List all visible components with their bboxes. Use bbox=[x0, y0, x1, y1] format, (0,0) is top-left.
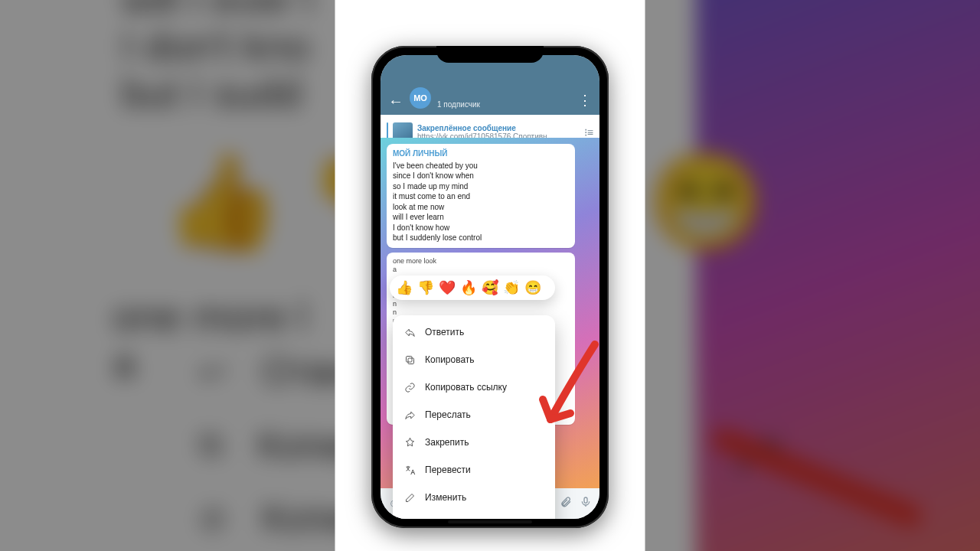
reaction-emoji[interactable]: 🔥 bbox=[460, 279, 477, 296]
menu-item-label: Перевести bbox=[425, 465, 471, 475]
menu-item-copylink[interactable]: Копировать ссылку bbox=[393, 373, 555, 401]
menu-item-delete[interactable]: Удалить bbox=[393, 511, 555, 519]
message-bubble[interactable]: МОЙ ЛИЧНЫЙ I've been cheated by yousince… bbox=[387, 144, 575, 248]
translate-icon bbox=[403, 465, 416, 476]
menu-item-label: Ответить bbox=[425, 327, 464, 337]
message-line: will I ever learn bbox=[393, 212, 569, 223]
menu-item-edit[interactable]: Изменить bbox=[393, 484, 555, 511]
phone-notch bbox=[436, 46, 544, 63]
bg-arrow-fragment bbox=[713, 430, 936, 533]
message-line: since I don't know when bbox=[393, 171, 569, 181]
message-line: so I made up my mind bbox=[393, 181, 569, 192]
menu-item-label: Копировать bbox=[425, 354, 475, 365]
reaction-emoji[interactable]: 😁 bbox=[524, 279, 541, 296]
svg-rect-2 bbox=[406, 356, 412, 362]
svg-rect-1 bbox=[408, 358, 414, 364]
menu-item-label: Переслать bbox=[425, 409, 471, 420]
menu-item-copy[interactable]: Копировать bbox=[393, 346, 555, 373]
pinned-title: Закреплённое сообщение bbox=[417, 124, 580, 132]
bg-grin-emoji: 😁 bbox=[647, 147, 764, 257]
menu-item-label: Закрепить bbox=[425, 437, 469, 448]
reaction-emoji[interactable]: 👎 bbox=[417, 279, 434, 296]
pinned-list-icon[interactable]: ⁝≡ bbox=[584, 126, 593, 139]
phone-mockup: ← МО МОЙ ЛИЧНЫЙ 1 подписчик ⋮ Закреплённ… bbox=[371, 46, 609, 528]
context-menu: ОтветитьКопироватьКопировать ссылкуПерес… bbox=[393, 315, 555, 519]
menu-item-forward[interactable]: Переслать bbox=[393, 401, 555, 429]
message-line: I've been cheated by you bbox=[393, 161, 569, 171]
reaction-emoji[interactable]: ❤️ bbox=[439, 279, 456, 296]
message-line: I don't know how bbox=[393, 223, 569, 233]
pin-icon bbox=[403, 437, 416, 448]
channel-subtitle: 1 подписчик bbox=[437, 100, 572, 109]
phone-screen: ← МО МОЙ ЛИЧНЫЙ 1 подписчик ⋮ Закреплённ… bbox=[381, 55, 599, 519]
menu-item-translate[interactable]: Перевести bbox=[393, 456, 555, 484]
menu-item-reply[interactable]: Ответить bbox=[393, 318, 555, 346]
reaction-emoji[interactable]: 👍 bbox=[396, 279, 413, 296]
menu-item-label: Изменить bbox=[425, 492, 466, 503]
channel-avatar[interactable]: МО bbox=[410, 87, 431, 109]
reaction-bar: 👍👎❤️🔥🥰👏😁 bbox=[390, 276, 555, 300]
chat-header: ← МО МОЙ ЛИЧНЫЙ 1 подписчик ⋮ bbox=[381, 55, 599, 115]
reaction-emoji[interactable]: 👏 bbox=[503, 279, 520, 296]
copy-icon bbox=[403, 354, 416, 366]
message-sender: МОЙ ЛИЧНЫЙ bbox=[393, 148, 569, 159]
forward-icon bbox=[403, 409, 416, 421]
mic-icon[interactable] bbox=[580, 496, 592, 511]
reply-icon bbox=[403, 327, 416, 338]
reaction-emoji[interactable]: 🥰 bbox=[482, 279, 498, 296]
message-line: it must come to an end bbox=[393, 191, 569, 202]
context-overlay: 👍👎❤️🔥🥰👏😁 ОтветитьКопироватьКопировать сс… bbox=[393, 276, 555, 519]
menu-item-pin[interactable]: Закрепить bbox=[393, 429, 555, 456]
menu-item-label: Копировать ссылку bbox=[425, 382, 507, 393]
more-options-icon[interactable]: ⋮ bbox=[578, 92, 592, 109]
attach-icon[interactable] bbox=[560, 496, 572, 511]
edit-icon bbox=[403, 492, 416, 504]
copylink-icon bbox=[403, 382, 416, 393]
message-line: look at me now bbox=[393, 202, 569, 213]
message-line: but I suddenly lose control bbox=[393, 233, 569, 243]
back-button[interactable]: ← bbox=[388, 93, 403, 109]
home-indicator[interactable] bbox=[448, 520, 532, 523]
svg-rect-0 bbox=[584, 497, 587, 503]
